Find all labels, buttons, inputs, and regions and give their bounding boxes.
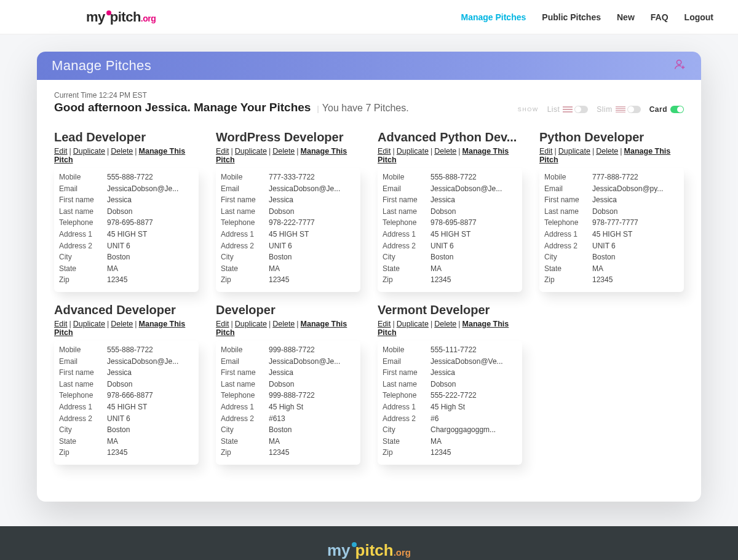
field-value: 555-222-7722 [430, 390, 517, 401]
detail-row: EmailJessicaDobson@Je... [221, 356, 355, 368]
svg-rect-2 [563, 109, 573, 110]
detail-row: Zip12345 [59, 447, 194, 459]
nav-logout[interactable]: Logout [684, 12, 713, 22]
pitch-card: Advanced DeveloperEdit|Duplicate|Delete|… [54, 303, 199, 465]
pitch-card: Python DeveloperEdit|Duplicate|Delete|Ma… [539, 130, 684, 292]
detail-row: Address 145 High St [221, 401, 355, 413]
duplicate-link[interactable]: Duplicate [73, 147, 105, 156]
delete-link[interactable]: Delete [434, 147, 456, 156]
duplicate-link[interactable]: Duplicate [235, 320, 267, 328]
svg-rect-6 [616, 110, 625, 111]
nav-new[interactable]: New [617, 12, 635, 22]
topbar: mypitch.org Manage Pitches Public Pitche… [0, 0, 738, 34]
card-toggle[interactable] [670, 106, 684, 113]
nav-manage-pitches[interactable]: Manage Pitches [461, 12, 526, 22]
field-value: Jessica [430, 367, 517, 379]
field-label: First name [59, 367, 107, 379]
field-value: 978-222-7777 [269, 217, 355, 229]
field-label: Address 1 [59, 401, 107, 413]
view-card[interactable]: Card [649, 105, 684, 114]
field-value: Jessica [269, 367, 355, 379]
pitch-card: Advanced Python Dev...Edit|Duplicate|Del… [378, 130, 522, 292]
duplicate-link[interactable]: Duplicate [235, 147, 267, 156]
delete-link[interactable]: Delete [596, 147, 618, 156]
detail-row: StateMA [383, 263, 517, 275]
card-actions: Edit|Duplicate|Delete|Manage This Pitch [54, 320, 199, 337]
duplicate-link[interactable]: Duplicate [558, 147, 590, 156]
edit-link[interactable]: Edit [54, 320, 68, 328]
delete-link[interactable]: Delete [272, 320, 295, 328]
view-list[interactable]: List [547, 105, 589, 114]
pitch-card: DeveloperEdit|Duplicate|Delete|Manage Th… [216, 303, 360, 465]
field-value: Jessica [107, 367, 194, 379]
detail-row: First nameJessica [383, 194, 517, 206]
detail-row: EmailJessicaDobson@Je... [383, 183, 517, 195]
field-label: Zip [383, 447, 430, 459]
delete-link[interactable]: Delete [272, 147, 295, 156]
edit-link[interactable]: Edit [216, 320, 229, 328]
field-label: Address 2 [221, 240, 269, 252]
field-value: 999-888-7722 [269, 390, 355, 401]
field-label: Address 1 [544, 229, 592, 240]
slim-toggle[interactable] [627, 106, 641, 113]
detail-row: Last nameDobson [59, 206, 194, 218]
duplicate-link[interactable]: Duplicate [73, 320, 105, 328]
field-value: JessicaDobson@Je... [430, 183, 517, 195]
nav-faq[interactable]: FAQ [651, 12, 669, 22]
detail-row: Address 145 HIGH ST [383, 229, 517, 240]
field-label: First name [59, 194, 107, 206]
delete-link[interactable]: Delete [111, 147, 133, 156]
field-value: MA [107, 436, 194, 448]
field-label: Email [544, 183, 592, 195]
field-value: UNIT 6 [430, 240, 517, 252]
logo[interactable]: mypitch.org [86, 9, 156, 25]
edit-link[interactable]: Edit [378, 320, 391, 328]
detail-row: Telephone978-777-7777 [544, 217, 679, 229]
detail-row: Telephone999-888-7722 [221, 390, 355, 401]
field-value: 978-666-8877 [107, 390, 194, 401]
nav-public-pitches[interactable]: Public Pitches [542, 12, 601, 22]
duplicate-link[interactable]: Duplicate [397, 320, 429, 328]
pitch-title: WordPress Developer [216, 130, 360, 144]
card-actions: Edit|Duplicate|Delete|Manage This Pitch [216, 320, 360, 337]
field-label: Telephone [383, 390, 430, 401]
card-actions: Edit|Duplicate|Delete|Manage This Pitch [216, 147, 360, 164]
field-value: UNIT 6 [592, 240, 679, 252]
field-label: Mobile [221, 172, 269, 183]
edit-link[interactable]: Edit [216, 147, 229, 156]
detail-row: First nameJessica [383, 367, 517, 379]
delete-link[interactable]: Delete [111, 320, 133, 328]
edit-link[interactable]: Edit [54, 147, 68, 156]
field-label: Email [59, 356, 107, 368]
field-label: First name [544, 194, 592, 206]
footer-logo[interactable]: mypitch.org [0, 541, 738, 560]
edit-link[interactable]: Edit [539, 147, 553, 156]
field-label: City [59, 251, 107, 263]
field-value: 12345 [430, 274, 517, 286]
field-value: 555-888-7722 [107, 344, 194, 356]
delete-link[interactable]: Delete [434, 320, 456, 328]
field-label: Telephone [221, 217, 269, 229]
greeting: Good afternoon Jessica. Manage Your Pitc… [54, 101, 311, 114]
detail-row: Address 2UNIT 6 [221, 240, 355, 252]
detail-row: CityBoston [221, 251, 355, 263]
field-value: Boston [269, 424, 355, 436]
list-toggle[interactable] [574, 106, 588, 113]
view-slim[interactable]: Slim [597, 105, 640, 114]
detail-row: First nameJessica [59, 367, 194, 379]
detail-row: StateMA [221, 436, 355, 448]
field-label: Telephone [544, 217, 592, 229]
detail-row: Address 2#613 [221, 413, 355, 425]
field-value: Dobson [107, 379, 194, 390]
detail-row: Address 145 HIGH ST [59, 229, 194, 240]
detail-row: First nameJessica [544, 194, 679, 206]
field-label: Email [59, 183, 107, 195]
user-add-icon[interactable] [673, 58, 686, 74]
field-value: Dobson [430, 206, 517, 218]
detail-row: Zip12345 [383, 274, 517, 286]
field-value: Boston [107, 251, 194, 263]
detail-row: StateMA [221, 263, 355, 275]
field-label: City [221, 424, 269, 436]
edit-link[interactable]: Edit [378, 147, 391, 156]
duplicate-link[interactable]: Duplicate [397, 147, 429, 156]
